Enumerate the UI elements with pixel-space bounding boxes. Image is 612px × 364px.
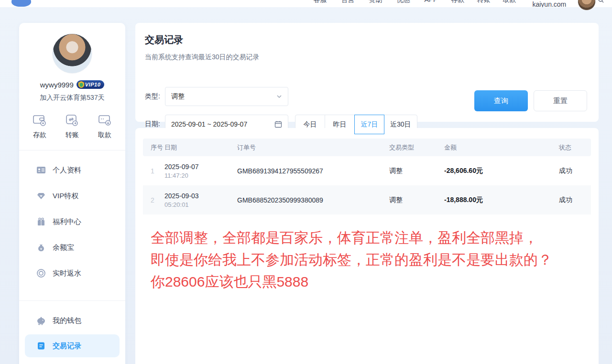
nav-withdraw[interactable]: 取款 — [503, 0, 516, 4]
cell-amount: -28,606.60元 — [444, 167, 559, 175]
col-date: 日期 — [164, 143, 237, 152]
cell-date: 2025-09-07 11:47:20 — [164, 163, 237, 179]
nav-sponsor[interactable]: 赞助 — [369, 0, 382, 4]
page-subtitle: 当前系统支持查询最近30日的交易记录 — [135, 46, 599, 62]
date-label: 日期: — [145, 120, 165, 128]
cell-amount: -18,888.00元 — [444, 196, 559, 204]
deposit-card-icon — [33, 114, 47, 127]
type-select-value: 调整 — [171, 92, 185, 101]
table-row[interactable]: 2 2025-09-03 05:20:01 GMB688520235099938… — [143, 185, 591, 214]
sidebar-item-label: 个人资料 — [53, 166, 81, 175]
nav-customer-service[interactable]: 客服 — [313, 0, 327, 4]
cell-order-no: GMB6885202350999380089 — [237, 196, 389, 204]
quick-actions: 存款 转账 取款 — [19, 102, 125, 139]
reset-button[interactable]: 重置 — [534, 90, 587, 111]
cell-type: 调整 — [389, 196, 444, 204]
annotation-line-2: 即使是你给我上不参加活动标签，正常的盈利是不是要出款的？ — [151, 249, 591, 271]
sidebar-menu-top: 个人资料 VIP特权 福利中心 余额宝 — [19, 153, 125, 290]
quick-action-deposit[interactable]: 存款 — [33, 114, 47, 139]
quick-action-transfer[interactable]: 转账 — [65, 114, 79, 139]
type-label: 类型: — [145, 92, 165, 101]
search-icon[interactable] — [598, 0, 604, 3]
top-wallet-nav: 存款 转账 取款 — [451, 0, 516, 4]
profile-section: wywy9999 VIP10 加入开云体育第537天 — [19, 23, 125, 102]
join-days-text: 加入开云体育第537天 — [19, 94, 125, 102]
top-nav: 客服 合营 赞助 优惠 APP — [313, 0, 437, 4]
sidebar-item-yuebao[interactable]: 余额宝 — [19, 235, 125, 260]
transactions-card: 序号 日期 订单号 交易类型 金额 状态 1 2025-09-07 11:47:… — [135, 128, 599, 364]
table-header: 序号 日期 订单号 交易类型 金额 状态 — [143, 139, 591, 156]
sidebar-item-label: 实时返水 — [53, 269, 81, 278]
sidebar-item-label: 余额宝 — [53, 243, 74, 252]
money-bag-icon — [36, 243, 46, 252]
table-body: 1 2025-09-07 11:47:20 GMB689139412795550… — [143, 156, 591, 214]
quick-action-withdraw[interactable]: 取款 — [98, 114, 112, 139]
sidebar-item-bet-records[interactable]: 投注记录 — [19, 358, 125, 364]
user-avatar-top[interactable] — [578, 0, 596, 11]
vip-badge: VIP10 — [76, 80, 104, 89]
sidebar-item-label: 交易记录 — [53, 342, 81, 351]
sidebar-item-profile[interactable]: 个人资料 — [19, 157, 125, 183]
chevron-down-icon — [276, 94, 282, 99]
withdraw-card-icon — [98, 114, 112, 127]
site-logo — [11, 0, 31, 7]
sidebar-item-label: 福利中心 — [53, 217, 81, 226]
sidebar-menu-bottom: 我的钱包 交易记录 投注记录 — [19, 304, 125, 364]
sidebar-item-welfare[interactable]: 福利中心 — [19, 209, 125, 235]
cell-date: 2025-09-03 05:20:01 — [164, 192, 237, 208]
transfer-card-icon — [65, 114, 79, 127]
cell-type: 调整 — [389, 167, 444, 175]
nav-transfer[interactable]: 转账 — [477, 0, 490, 4]
sidebar-item-rebate[interactable]: 实时返水 — [19, 260, 125, 286]
top-bar: 客服 合营 赞助 优惠 APP 存款 转账 取款 永久网址: kaiyun.co… — [0, 0, 612, 7]
profile-avatar[interactable] — [52, 33, 92, 74]
col-status: 状态 — [559, 143, 591, 152]
cell-status: 成功 — [559, 167, 591, 175]
annotation-line-1: 全部调整，全部都是百家乐，体育正常注单，盈利全部黑掉， — [151, 227, 591, 249]
col-order-no: 订单号 — [237, 143, 389, 152]
filter-card: 交易记录 当前系统支持查询最近30日的交易记录 类型: 调整 日期: 2025-… — [135, 23, 599, 122]
sidebar-divider-2 — [19, 300, 125, 301]
table-row[interactable]: 1 2025-09-07 11:47:20 GMB689139412795550… — [143, 156, 591, 185]
sidebar-item-transactions[interactable]: 交易记录 — [25, 334, 120, 357]
cell-index: 2 — [143, 196, 164, 204]
page-title: 交易记录 — [135, 23, 599, 46]
col-index: 序号 — [143, 143, 164, 152]
id-card-icon — [36, 165, 46, 175]
transaction-doc-icon — [36, 341, 46, 351]
vip-gem-icon — [36, 191, 46, 201]
piggy-bank-icon — [36, 316, 46, 325]
nav-deposit[interactable]: 存款 — [451, 0, 464, 4]
sidebar-item-label: 我的钱包 — [53, 316, 81, 325]
nav-partnership[interactable]: 合营 — [341, 0, 354, 4]
cell-order-no: GMB6891394127955509267 — [237, 167, 389, 175]
cell-index: 1 — [143, 167, 164, 175]
range-last7days-button[interactable]: 近7日 — [354, 115, 384, 134]
nav-app[interactable]: APP — [424, 0, 437, 4]
col-amount: 金额 — [444, 143, 559, 152]
username: wywy9999 — [40, 81, 74, 89]
gift-icon — [36, 217, 46, 226]
sidebar-item-wallet[interactable]: 我的钱包 — [19, 308, 125, 333]
vip-shield-icon — [77, 81, 85, 88]
sidebar-item-label: VIP特权 — [53, 192, 78, 201]
red-annotation-text: 全部调整，全部都是百家乐，体育正常注单，盈利全部黑掉， 即使是你给我上不参加活动… — [143, 214, 591, 293]
rebate-ring-icon — [36, 268, 46, 278]
date-range-value: 2025-09-01 ~ 2025-09-07 — [171, 120, 272, 128]
cell-status: 成功 — [559, 196, 591, 204]
nav-promotions[interactable]: 优惠 — [396, 0, 410, 4]
sidebar-divider-1 — [19, 150, 125, 150]
query-button[interactable]: 查询 — [474, 90, 528, 111]
sidebar: wywy9999 VIP10 加入开云体育第537天 存款 — [19, 23, 125, 364]
calendar-icon — [274, 120, 282, 128]
type-select[interactable]: 调整 — [165, 87, 288, 106]
col-type: 交易类型 — [389, 143, 444, 152]
annotation-line-3: 你28606应该也只黑5888 — [151, 271, 591, 293]
sidebar-item-vip[interactable]: VIP特权 — [19, 183, 125, 209]
